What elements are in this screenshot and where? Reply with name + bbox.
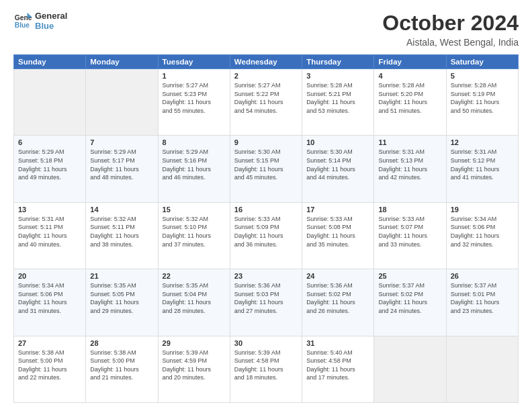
day-cell: 2Sunrise: 5:27 AM Sunset: 5:22 PM Daylig…	[230, 69, 302, 136]
day-info: Sunrise: 5:39 AM Sunset: 4:58 PM Dayligh…	[234, 349, 298, 382]
day-cell: 4Sunrise: 5:28 AM Sunset: 5:20 PM Daylig…	[374, 69, 446, 136]
day-number: 15	[163, 205, 226, 214]
day-number: 31	[306, 339, 369, 347]
day-cell: 28Sunrise: 5:38 AM Sunset: 5:00 PM Dayli…	[86, 336, 158, 402]
day-info: Sunrise: 5:37 AM Sunset: 5:01 PM Dayligh…	[451, 281, 514, 315]
day-number: 12	[451, 138, 514, 146]
day-info: Sunrise: 5:29 AM Sunset: 5:18 PM Dayligh…	[18, 148, 81, 181]
day-number: 11	[378, 138, 441, 146]
day-info: Sunrise: 5:28 AM Sunset: 5:20 PM Dayligh…	[378, 81, 441, 115]
day-info: Sunrise: 5:29 AM Sunset: 5:17 PM Dayligh…	[90, 148, 153, 181]
day-number: 2	[234, 72, 298, 80]
col-saturday: Saturday	[446, 55, 518, 69]
day-cell: 12Sunrise: 5:31 AM Sunset: 5:12 PM Dayli…	[446, 136, 518, 202]
day-cell: 10Sunrise: 5:30 AM Sunset: 5:14 PM Dayli…	[302, 136, 374, 202]
day-info: Sunrise: 5:36 AM Sunset: 5:03 PM Dayligh…	[234, 281, 298, 315]
day-number: 16	[234, 205, 298, 214]
day-info: Sunrise: 5:38 AM Sunset: 5:00 PM Dayligh…	[90, 349, 153, 382]
day-number: 5	[451, 72, 514, 80]
day-cell: 24Sunrise: 5:36 AM Sunset: 5:02 PM Dayli…	[302, 269, 374, 336]
day-number: 18	[378, 205, 441, 214]
day-cell: 11Sunrise: 5:31 AM Sunset: 5:13 PM Dayli…	[374, 136, 446, 202]
logo: General Blue General Blue	[13, 11, 67, 31]
day-cell: 18Sunrise: 5:33 AM Sunset: 5:07 PM Dayli…	[374, 202, 446, 269]
day-cell: 1Sunrise: 5:27 AM Sunset: 5:23 PM Daylig…	[158, 69, 230, 136]
day-cell	[86, 69, 158, 136]
day-cell	[446, 336, 518, 402]
day-info: Sunrise: 5:31 AM Sunset: 5:11 PM Dayligh…	[18, 215, 81, 248]
day-cell: 8Sunrise: 5:29 AM Sunset: 5:16 PM Daylig…	[158, 136, 230, 202]
header: General Blue General Blue October 2024 A…	[13, 11, 519, 48]
day-cell	[14, 69, 86, 136]
day-info: Sunrise: 5:30 AM Sunset: 5:15 PM Dayligh…	[234, 148, 298, 181]
day-number: 19	[451, 205, 514, 214]
day-number: 1	[163, 72, 226, 80]
col-thursday: Thursday	[302, 55, 374, 69]
day-cell: 21Sunrise: 5:35 AM Sunset: 5:05 PM Dayli…	[86, 269, 158, 336]
day-cell	[374, 336, 446, 402]
day-number: 6	[18, 138, 81, 146]
day-cell: 13Sunrise: 5:31 AM Sunset: 5:11 PM Dayli…	[14, 202, 86, 269]
col-sunday: Sunday	[14, 55, 86, 69]
day-info: Sunrise: 5:37 AM Sunset: 5:02 PM Dayligh…	[378, 281, 441, 315]
day-info: Sunrise: 5:29 AM Sunset: 5:16 PM Dayligh…	[163, 148, 226, 181]
day-cell: 27Sunrise: 5:38 AM Sunset: 5:00 PM Dayli…	[14, 336, 86, 402]
day-number: 27	[18, 339, 81, 347]
day-cell: 5Sunrise: 5:28 AM Sunset: 5:19 PM Daylig…	[446, 69, 518, 136]
day-cell: 6Sunrise: 5:29 AM Sunset: 5:18 PM Daylig…	[14, 136, 86, 202]
header-row: Sunday Monday Tuesday Wednesday Thursday…	[14, 55, 519, 69]
day-number: 22	[163, 272, 226, 280]
day-number: 4	[378, 72, 441, 80]
week-row-3: 13Sunrise: 5:31 AM Sunset: 5:11 PM Dayli…	[14, 202, 519, 269]
logo-line2: Blue	[35, 21, 67, 31]
calendar-table: Sunday Monday Tuesday Wednesday Thursday…	[13, 54, 519, 403]
month-year: October 2024	[382, 11, 519, 36]
day-number: 13	[18, 205, 81, 214]
day-info: Sunrise: 5:35 AM Sunset: 5:04 PM Dayligh…	[163, 281, 226, 315]
day-number: 10	[306, 138, 369, 146]
day-cell: 29Sunrise: 5:39 AM Sunset: 4:59 PM Dayli…	[158, 336, 230, 402]
day-info: Sunrise: 5:31 AM Sunset: 5:13 PM Dayligh…	[378, 148, 441, 181]
day-cell: 7Sunrise: 5:29 AM Sunset: 5:17 PM Daylig…	[86, 136, 158, 202]
logo-line1: General	[35, 11, 67, 21]
day-info: Sunrise: 5:27 AM Sunset: 5:22 PM Dayligh…	[234, 81, 298, 115]
day-cell: 23Sunrise: 5:36 AM Sunset: 5:03 PM Dayli…	[230, 269, 302, 336]
day-info: Sunrise: 5:28 AM Sunset: 5:21 PM Dayligh…	[306, 81, 369, 115]
day-info: Sunrise: 5:39 AM Sunset: 4:59 PM Dayligh…	[163, 349, 226, 382]
page: General Blue General Blue October 2024 A…	[0, 0, 532, 411]
day-cell: 26Sunrise: 5:37 AM Sunset: 5:01 PM Dayli…	[446, 269, 518, 336]
day-cell: 30Sunrise: 5:39 AM Sunset: 4:58 PM Dayli…	[230, 336, 302, 402]
day-cell: 3Sunrise: 5:28 AM Sunset: 5:21 PM Daylig…	[302, 69, 374, 136]
day-number: 24	[306, 272, 369, 280]
col-wednesday: Wednesday	[230, 55, 302, 69]
day-number: 3	[306, 72, 369, 80]
day-info: Sunrise: 5:31 AM Sunset: 5:12 PM Dayligh…	[451, 148, 514, 181]
day-cell: 17Sunrise: 5:33 AM Sunset: 5:08 PM Dayli…	[302, 202, 374, 269]
day-number: 26	[451, 272, 514, 280]
logo-icon: General Blue	[13, 11, 32, 30]
day-number: 7	[90, 138, 153, 146]
week-row-1: 1Sunrise: 5:27 AM Sunset: 5:23 PM Daylig…	[14, 69, 519, 136]
day-number: 28	[90, 339, 153, 347]
day-number: 25	[378, 272, 441, 280]
day-number: 23	[234, 272, 298, 280]
day-info: Sunrise: 5:34 AM Sunset: 5:06 PM Dayligh…	[18, 281, 81, 315]
day-number: 8	[163, 138, 226, 146]
day-cell: 31Sunrise: 5:40 AM Sunset: 4:58 PM Dayli…	[302, 336, 374, 402]
day-info: Sunrise: 5:33 AM Sunset: 5:07 PM Dayligh…	[378, 215, 441, 248]
col-friday: Friday	[374, 55, 446, 69]
day-info: Sunrise: 5:36 AM Sunset: 5:02 PM Dayligh…	[306, 281, 369, 315]
day-info: Sunrise: 5:34 AM Sunset: 5:06 PM Dayligh…	[451, 215, 514, 248]
day-cell: 22Sunrise: 5:35 AM Sunset: 5:04 PM Dayli…	[158, 269, 230, 336]
col-tuesday: Tuesday	[158, 55, 230, 69]
col-monday: Monday	[86, 55, 158, 69]
day-info: Sunrise: 5:38 AM Sunset: 5:00 PM Dayligh…	[18, 349, 81, 382]
day-info: Sunrise: 5:32 AM Sunset: 5:10 PM Dayligh…	[163, 215, 226, 248]
day-number: 29	[163, 339, 226, 347]
day-number: 30	[234, 339, 298, 347]
day-cell: 14Sunrise: 5:32 AM Sunset: 5:11 PM Dayli…	[86, 202, 158, 269]
day-cell: 19Sunrise: 5:34 AM Sunset: 5:06 PM Dayli…	[446, 202, 518, 269]
day-info: Sunrise: 5:32 AM Sunset: 5:11 PM Dayligh…	[90, 215, 153, 248]
day-cell: 25Sunrise: 5:37 AM Sunset: 5:02 PM Dayli…	[374, 269, 446, 336]
location: Aistala, West Bengal, India	[382, 37, 519, 48]
